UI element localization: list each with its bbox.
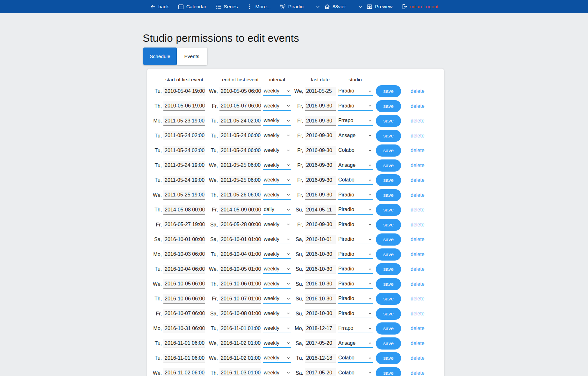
tab-events[interactable]: Events: [177, 48, 207, 65]
nav-item-preview[interactable]: Preview: [366, 4, 392, 10]
nav-item-calendar[interactable]: Calendar: [178, 4, 206, 10]
save-button[interactable]: save: [376, 189, 401, 201]
last-date-input[interactable]: [305, 190, 336, 200]
end-datetime-input[interactable]: [219, 87, 261, 96]
interval-select[interactable]: daily: [263, 205, 291, 215]
last-date-input[interactable]: [305, 339, 336, 348]
start-datetime-input[interactable]: [163, 339, 205, 348]
save-button[interactable]: save: [376, 100, 401, 112]
start-datetime-input[interactable]: [163, 368, 205, 376]
studio-select[interactable]: Ansage: [338, 131, 373, 140]
start-datetime-input[interactable]: [163, 324, 205, 333]
delete-link[interactable]: delete: [411, 118, 425, 124]
end-datetime-input[interactable]: [219, 324, 261, 333]
start-datetime-input[interactable]: [163, 131, 205, 140]
delete-link[interactable]: delete: [411, 88, 425, 94]
last-date-input[interactable]: [305, 101, 336, 111]
end-datetime-input[interactable]: [219, 309, 261, 318]
save-button[interactable]: save: [376, 278, 401, 290]
studio-select[interactable]: Piradio: [338, 101, 373, 111]
end-datetime-input[interactable]: [219, 131, 261, 140]
chevron-down-icon[interactable]: [357, 4, 363, 10]
interval-select[interactable]: weekly: [263, 265, 291, 274]
end-datetime-input[interactable]: [219, 190, 261, 200]
nav-item-logout[interactable]: milan Logout: [401, 4, 438, 10]
interval-select[interactable]: weekly: [263, 176, 291, 185]
studio-select[interactable]: Colabo: [338, 146, 373, 155]
end-datetime-input[interactable]: [219, 265, 261, 274]
interval-select[interactable]: weekly: [263, 146, 291, 155]
start-datetime-input[interactable]: [163, 101, 205, 111]
delete-link[interactable]: delete: [411, 266, 425, 272]
delete-link[interactable]: delete: [411, 192, 425, 198]
studio-select[interactable]: Piradio: [338, 235, 373, 244]
delete-link[interactable]: delete: [411, 326, 425, 331]
save-button[interactable]: save: [376, 219, 401, 231]
interval-select[interactable]: weekly: [263, 131, 291, 140]
end-datetime-input[interactable]: [219, 368, 261, 376]
end-datetime-input[interactable]: [219, 161, 261, 170]
studio-select[interactable]: Piradio: [338, 250, 373, 259]
save-button[interactable]: save: [376, 144, 401, 157]
delete-link[interactable]: delete: [411, 103, 425, 109]
delete-link[interactable]: delete: [411, 222, 425, 228]
save-button[interactable]: save: [376, 233, 401, 246]
last-date-input[interactable]: [305, 309, 336, 318]
last-date-input[interactable]: [305, 176, 336, 185]
nav-item-88vier[interactable]: 88vier: [324, 4, 346, 10]
interval-select[interactable]: weekly: [263, 309, 291, 318]
last-date-input[interactable]: [305, 131, 336, 140]
end-datetime-input[interactable]: [219, 205, 261, 215]
save-button[interactable]: save: [376, 204, 401, 216]
last-date-input[interactable]: [305, 235, 336, 244]
delete-link[interactable]: delete: [411, 355, 425, 361]
start-datetime-input[interactable]: [163, 220, 205, 229]
last-date-input[interactable]: [305, 265, 336, 274]
studio-select[interactable]: Frrapo: [338, 116, 373, 126]
interval-select[interactable]: weekly: [263, 161, 291, 170]
studio-select[interactable]: Ansage: [338, 161, 373, 170]
save-button[interactable]: save: [376, 115, 401, 127]
delete-link[interactable]: delete: [411, 177, 425, 183]
last-date-input[interactable]: [305, 250, 336, 259]
nav-item-piradio[interactable]: Piradio: [280, 4, 304, 10]
start-datetime-input[interactable]: [163, 294, 205, 304]
delete-link[interactable]: delete: [411, 296, 425, 302]
end-datetime-input[interactable]: [219, 235, 261, 244]
studio-select[interactable]: Piradio: [338, 265, 373, 274]
interval-select[interactable]: weekly: [263, 324, 291, 333]
last-date-input[interactable]: [305, 220, 336, 229]
nav-item-back[interactable]: back: [150, 4, 169, 10]
delete-link[interactable]: delete: [411, 207, 425, 213]
last-date-input[interactable]: [305, 161, 336, 170]
interval-select[interactable]: weekly: [263, 250, 291, 259]
start-datetime-input[interactable]: [163, 161, 205, 170]
studio-select[interactable]: Piradio: [338, 309, 373, 318]
delete-link[interactable]: delete: [411, 341, 425, 346]
end-datetime-input[interactable]: [219, 176, 261, 185]
nav-item-more[interactable]: More...: [247, 4, 270, 10]
save-button[interactable]: save: [376, 337, 401, 350]
interval-select[interactable]: weekly: [263, 101, 291, 111]
last-date-input[interactable]: [305, 87, 336, 96]
delete-link[interactable]: delete: [411, 311, 425, 317]
start-datetime-input[interactable]: [163, 279, 205, 289]
end-datetime-input[interactable]: [219, 294, 261, 304]
studio-select[interactable]: Colabo: [338, 354, 373, 363]
save-button[interactable]: save: [376, 248, 401, 261]
last-date-input[interactable]: [305, 294, 336, 304]
delete-link[interactable]: delete: [411, 148, 425, 153]
end-datetime-input[interactable]: [219, 354, 261, 363]
last-date-input[interactable]: [305, 205, 336, 215]
save-button[interactable]: save: [376, 322, 401, 335]
end-datetime-input[interactable]: [219, 116, 261, 126]
interval-select[interactable]: weekly: [263, 190, 291, 200]
studio-select[interactable]: Piradio: [338, 294, 373, 304]
start-datetime-input[interactable]: [163, 250, 205, 259]
delete-link[interactable]: delete: [411, 281, 425, 287]
end-datetime-input[interactable]: [219, 146, 261, 155]
studio-select[interactable]: Piradio: [338, 205, 373, 215]
interval-select[interactable]: weekly: [263, 294, 291, 304]
interval-select[interactable]: weekly: [263, 279, 291, 289]
save-button[interactable]: save: [376, 308, 401, 320]
